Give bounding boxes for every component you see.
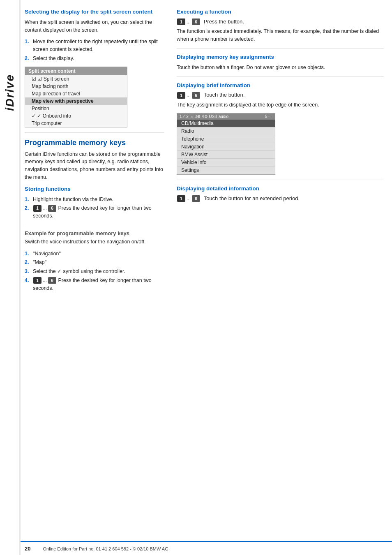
brief-menu-screen: 1✓ 2 ☼ 3⚙ 4⚙ USB audio 5 — CD/Multimedia…	[177, 113, 275, 175]
key-6-example: 6	[48, 277, 56, 284]
execute-key-6: 6	[192, 18, 200, 25]
split-step-2: 2. Select the display.	[25, 55, 164, 62]
section-assignments: Displaying memory key assignments Touch …	[177, 53, 384, 72]
split-screen-body: When the split screen is switched on, yo…	[25, 18, 164, 34]
brief-body: The key assignment is displayed at the t…	[177, 101, 384, 109]
divider-r2	[177, 76, 384, 77]
brief-key-6: 6	[192, 92, 200, 99]
storing-functions: Storing functions 1. Highlight the funct…	[25, 185, 164, 220]
section-pmk: Programmable memory keys Certain iDrive …	[25, 139, 164, 292]
section-brief: Displaying brief information 1 ... 6 Tou…	[177, 82, 384, 175]
menu-row-settings: Settings	[177, 166, 275, 174]
detailed-keys: 1 ... 6	[177, 195, 201, 202]
execute-body: The function is executed immediately. Th…	[177, 28, 384, 43]
split-screen-title: Selecting the display for the split scre…	[25, 8, 164, 16]
sidebar-label: iDrive	[3, 74, 16, 111]
split-screen-menu: Split screen content ☑ Split screen Map …	[25, 67, 127, 127]
brief-keys: 1 ... 6	[177, 92, 201, 99]
section-split-screen: Selecting the display for the split scre…	[25, 8, 164, 127]
example-section: Example for programmable memory keys Swi…	[25, 230, 164, 292]
two-column-layout: Selecting the display for the split scre…	[25, 8, 384, 419]
page: iDrive Selecting the display for the spl…	[0, 0, 392, 555]
menu-item-onboard: ✓ Onboard info	[25, 112, 127, 120]
key-1-badge: 1	[33, 205, 42, 212]
split-screen-steps: 1. Move the controller to the right repe…	[25, 38, 164, 62]
detailed-key-6: 6	[192, 195, 200, 202]
brief-key-row: 1 ... 6 Touch the button.	[177, 92, 384, 99]
menu-row-telephone: Telephone	[177, 135, 275, 143]
menu-item-map-north: Map facing north	[25, 83, 127, 90]
example-title: Example for programmable memory keys	[25, 230, 164, 236]
execute-key-row: 1 ... 6 Press the button.	[177, 18, 384, 25]
key-group-store: 1 ... 6	[33, 205, 57, 212]
example-body: Switch the voice instructions for the na…	[25, 238, 164, 246]
sidebar: iDrive	[0, 0, 20, 555]
key-group-example: 1 ... 6	[33, 277, 57, 284]
brief-title: Displaying brief information	[177, 82, 384, 90]
execute-keys: 1 ... 6	[177, 18, 201, 25]
brief-key-1: 1	[177, 92, 185, 99]
section-detailed: Displaying detailed information 1 ... 6 …	[177, 185, 384, 202]
storing-steps: 1. Highlight the function via the iDrive…	[25, 196, 164, 220]
split-step-1: 1. Move the controller to the right repe…	[25, 38, 164, 53]
footer: 20 Online Edition for Part no. 01 41 2 6…	[0, 541, 392, 555]
page-number: 20	[25, 546, 30, 552]
detailed-key-1: 1	[177, 195, 185, 202]
menu-title: Split screen content	[25, 67, 127, 75]
menu-item-split-screen: ☑ Split screen	[25, 75, 127, 83]
pmk-title: Programmable memory keys	[25, 139, 164, 147]
menu-row-radio: Radio	[177, 127, 275, 135]
assignments-title: Displaying memory key assignments	[177, 53, 384, 61]
divider-r3	[177, 180, 384, 180]
divider-2	[25, 225, 164, 225]
menu-row-vehicle-info: Vehicle info	[177, 159, 275, 166]
example-step-4: 4. 1 ... 6 Press the desired key for lon…	[25, 277, 164, 292]
example-steps: 1. "Navigation" 2. "Map" 3. Select the ✓…	[25, 250, 164, 292]
example-step-3: 3. Select the ✓ symbol using the control…	[25, 268, 164, 275]
menu-row-bmw-assist: BMW Assist	[177, 151, 275, 159]
menu-item-map-perspective: Map view with perspective	[25, 97, 127, 105]
example-step-2: 2. "Map"	[25, 259, 164, 266]
detailed-title: Displaying detailed information	[177, 185, 384, 193]
divider-1	[25, 132, 164, 133]
storing-step-2: 2. 1 ... 6 Press the desired key for lon…	[25, 204, 164, 220]
menu-row-cd: CD/Multimedia	[177, 120, 275, 127]
main-content: Selecting the display for the split scre…	[25, 8, 384, 541]
execute-key-1: 1	[177, 18, 185, 25]
sidebar-bar	[19, 0, 21, 555]
key-1-example: 1	[33, 277, 42, 284]
menu-item-map-direction: Map direction of travel	[25, 90, 127, 97]
execute-title: Executing a function	[177, 8, 384, 16]
key-6-badge: 6	[48, 205, 56, 212]
menu-row-navigation: Navigation	[177, 143, 275, 151]
storing-step-1: 1. Highlight the function via the iDrive…	[25, 196, 164, 204]
right-column: Executing a function 1 ... 6 Press the b…	[177, 8, 384, 419]
footer-text: Online Edition for Part no. 01 41 2 604 …	[43, 546, 168, 551]
section-execute: Executing a function 1 ... 6 Press the b…	[177, 8, 384, 43]
pmk-body: Certain iDrive functions can be stored o…	[25, 150, 164, 181]
menu-screen-header: 1✓ 2 ☼ 3⚙ 4⚙ USB audio 5 —	[177, 113, 275, 120]
detailed-key-row: 1 ... 6 Touch the button for an extended…	[177, 195, 384, 202]
storing-title: Storing functions	[25, 185, 164, 193]
example-step-1: 1. "Navigation"	[25, 250, 164, 258]
menu-item-trip: Trip computer	[25, 120, 127, 127]
spacer	[25, 419, 384, 541]
menu-item-position: Position	[25, 105, 127, 112]
left-column: Selecting the display for the split scre…	[25, 8, 164, 419]
assignments-body: Touch the button with a finger. Do not w…	[177, 64, 384, 72]
divider-r1	[177, 48, 384, 49]
